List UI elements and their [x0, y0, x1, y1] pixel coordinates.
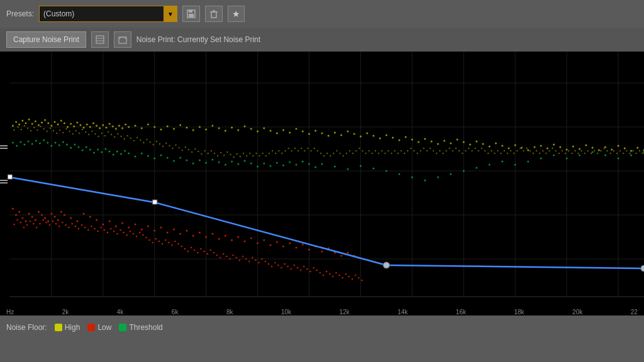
svg-point-276: [436, 153, 437, 154]
svg-point-240: [320, 153, 321, 154]
svg-point-141: [624, 148, 626, 150]
svg-point-261: [387, 150, 389, 151]
svg-point-570: [274, 262, 276, 264]
svg-point-57: [105, 127, 107, 129]
svg-point-595: [355, 275, 357, 277]
svg-point-143: [636, 147, 638, 149]
svg-point-102: [372, 135, 374, 137]
load-noise-print-button[interactable]: [114, 31, 131, 48]
svg-point-234: [301, 148, 302, 149]
svg-point-384: [211, 159, 213, 161]
svg-point-328: [603, 148, 604, 149]
svg-point-273: [426, 150, 428, 151]
svg-point-133: [572, 146, 574, 148]
svg-rect-602: [153, 200, 157, 204]
svg-point-332: [616, 153, 618, 154]
svg-point-83: [250, 128, 252, 130]
noise-reduction-chart[interactable]: [0, 52, 644, 315]
svg-point-552: [216, 255, 218, 256]
svg-point-373: [141, 153, 143, 155]
save-noise-print-button[interactable]: [91, 31, 109, 48]
left-handle-top[interactable]: [0, 144, 9, 150]
svg-point-44: [64, 123, 65, 124]
preset-input[interactable]: [39, 6, 177, 22]
svg-point-543: [187, 251, 189, 253]
svg-point-163: [72, 133, 73, 134]
svg-point-177: [117, 133, 118, 134]
svg-point-500: [49, 224, 51, 226]
svg-rect-3: [211, 12, 216, 18]
svg-point-226: [275, 153, 276, 154]
svg-point-491: [19, 222, 21, 224]
svg-point-592: [345, 273, 347, 275]
svg-point-90: [296, 128, 297, 130]
preset-dropdown-wrapper: ▼: [39, 6, 177, 22]
save-preset-button[interactable]: [182, 6, 200, 22]
svg-point-265: [401, 150, 402, 151]
svg-point-565: [258, 262, 260, 264]
svg-point-512: [87, 229, 89, 231]
svg-point-190: [159, 143, 160, 145]
svg-point-511: [84, 227, 86, 229]
svg-point-139: [611, 149, 613, 151]
svg-point-239: [317, 150, 318, 151]
svg-point-157: [53, 130, 54, 131]
svg-point-80: [231, 127, 233, 129]
svg-point-189: [156, 141, 157, 142]
svg-point-577: [297, 267, 299, 269]
svg-point-171: [97, 136, 99, 137]
left-handle-bottom[interactable]: [0, 178, 9, 185]
svg-point-192: [165, 143, 167, 144]
svg-point-340: [642, 153, 643, 154]
x-label-hz: Hz: [6, 309, 14, 315]
svg-point-182: [133, 140, 135, 141]
svg-point-39: [47, 123, 49, 124]
svg-point-145: [13, 129, 14, 131]
svg-point-465: [205, 236, 207, 238]
svg-point-225: [272, 150, 273, 151]
svg-point-288: [474, 148, 475, 149]
svg-point-68: [153, 126, 155, 128]
noise-print-status: Noise Print: Currently Set Noise Print: [136, 35, 260, 44]
svg-point-345: [28, 141, 30, 143]
svg-point-178: [120, 136, 121, 137]
svg-point-111: [431, 141, 433, 143]
svg-point-229: [284, 150, 286, 151]
delete-preset-button[interactable]: [205, 6, 223, 22]
svg-point-356: [70, 147, 72, 149]
svg-point-469: [231, 239, 233, 241]
svg-point-47: [73, 126, 75, 128]
svg-point-458: [160, 227, 162, 229]
dropdown-arrow[interactable]: ▼: [164, 6, 177, 22]
svg-point-477: [282, 246, 284, 248]
svg-point-246: [339, 153, 340, 154]
svg-point-515: [97, 231, 99, 233]
svg-point-355: [66, 144, 68, 146]
svg-point-409: [424, 180, 426, 182]
favorite-button[interactable]: ★: [228, 6, 245, 22]
svg-point-307: [536, 150, 537, 151]
svg-point-96: [334, 132, 336, 134]
svg-point-165: [79, 133, 80, 134]
svg-point-214: [236, 153, 238, 155]
svg-point-558: [235, 257, 237, 259]
svg-point-179: [123, 138, 125, 140]
svg-point-277: [439, 150, 440, 151]
svg-point-97: [340, 134, 342, 136]
svg-point-188: [152, 144, 153, 145]
capture-noise-print-button[interactable]: Capture Noise Print: [6, 31, 86, 48]
legend-high-label: High: [65, 323, 80, 332]
svg-point-321: [580, 150, 582, 151]
svg-point-568: [268, 263, 270, 265]
svg-point-393: [270, 165, 272, 167]
svg-point-230: [288, 148, 289, 149]
svg-point-528: [139, 232, 141, 234]
svg-point-280: [449, 148, 450, 149]
svg-point-576: [294, 265, 296, 266]
svg-point-547: [200, 248, 202, 250]
svg-point-166: [82, 129, 83, 130]
x-label-22k: 22: [631, 309, 638, 315]
svg-point-218: [249, 153, 250, 154]
svg-point-531: [148, 239, 150, 241]
svg-point-502: [55, 223, 57, 225]
